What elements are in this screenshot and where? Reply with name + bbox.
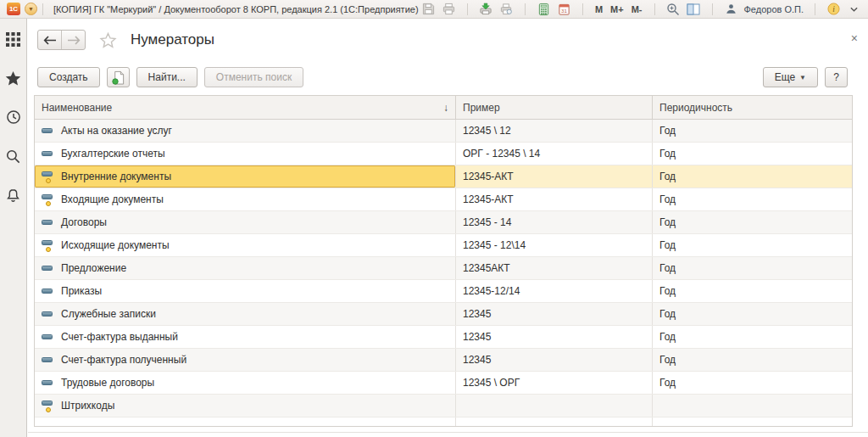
table-row[interactable]: Трудовые договоры12345 \ ОРГГод [35,372,852,395]
cell-name[interactable]: Акты на оказание услуг [35,120,456,142]
cell-period[interactable]: Год [653,143,852,165]
sort-desc-icon: ↓ [443,102,448,114]
row-name: Трудовые договоры [61,377,154,389]
row-example: 12345 [463,354,491,366]
zoom-icon[interactable] [666,2,681,16]
forward-button[interactable] [61,31,85,49]
main-menu-button[interactable]: ▼ [25,3,37,15]
more-button[interactable]: Еще▼ [763,67,818,87]
numerator-icon [42,148,54,160]
table-body: Акты на оказание услуг12345 \ 12ГодБухга… [35,120,852,417]
favorites-icon[interactable] [3,68,24,88]
cell-example[interactable]: 12345 [456,349,653,371]
cancel-search-button[interactable]: Отменить поиск [204,67,303,87]
row-example: 12345АКТ [463,262,510,274]
print-icon[interactable] [442,2,456,16]
cell-example[interactable]: 12345-АКТ [456,165,653,188]
find-button[interactable]: Найти... [136,67,198,87]
notifications-icon[interactable] [3,185,24,205]
cell-example[interactable] [456,395,653,417]
table-row[interactable]: Служебные записки12345Год [35,303,852,326]
copy-button[interactable] [107,67,130,87]
column-header-period[interactable]: Периодичность [653,96,852,119]
cell-period[interactable]: Год [653,120,852,142]
calculator-icon[interactable] [537,2,551,16]
cell-period[interactable]: Год [653,372,852,394]
cell-period[interactable]: Год [653,234,852,256]
close-icon[interactable]: × [851,32,858,44]
table-row[interactable]: Бухгалтерские отчетыОРГ - 12345 \ 14Год [35,143,852,165]
cell-example[interactable]: 12345 \ 12 [456,120,653,142]
cell-period[interactable]: Год [653,165,852,188]
print-preview-icon[interactable] [499,2,514,16]
cell-name[interactable]: Трудовые договоры [35,372,456,394]
current-user[interactable]: Федоров О.П. [744,4,804,14]
cell-example[interactable]: 12345 - 12\14 [456,234,653,256]
info-icon[interactable]: i [826,2,841,16]
separator [582,3,583,15]
table-row[interactable]: Счет-фактура выданный12345Год [35,326,852,349]
cell-period[interactable]: Год [653,303,852,325]
chevron-down-icon[interactable] [847,2,861,16]
cell-period[interactable]: Год [653,349,852,371]
calendar-icon[interactable]: 31 [557,2,571,16]
table-row[interactable]: Внутренние документы12345-АКТГод [35,165,852,188]
cell-name[interactable]: Бухгалтерские отчеты [35,143,456,165]
cell-period[interactable]: Год [653,188,852,210]
table-row[interactable]: Акты на оказание услуг12345 \ 12Год [35,120,852,143]
back-button[interactable] [38,31,61,49]
cell-period[interactable]: Год [653,280,852,302]
column-header-name[interactable]: Наименование ↓ [35,96,456,119]
cell-example[interactable]: 12345-12/14 [456,280,653,302]
cell-name[interactable]: Счет-фактура полученный [35,349,456,371]
cell-name[interactable]: Внутренние документы [35,165,456,188]
cell-example[interactable]: 12345 [456,303,653,325]
history-icon[interactable] [3,107,24,127]
cell-example[interactable]: 12345 [456,326,653,348]
cell-example[interactable]: ОРГ - 12345 \ 14 [456,143,653,165]
table-row[interactable]: Счет-фактура полученный12345Год [35,349,852,372]
save-icon[interactable] [421,2,436,16]
numerator-icon [42,355,54,366]
cell-name[interactable]: Счет-фактура выданный [35,326,456,348]
memory-m-minus-button[interactable]: M- [631,4,643,14]
numerator-icon [42,126,54,137]
table-row[interactable]: Исходящие документы12345 - 12\14Год [35,234,852,257]
create-button[interactable]: Создать [37,67,100,87]
cell-example[interactable]: 12345-АКТ [456,188,653,210]
numerator-icon [42,286,54,297]
favorite-star-icon[interactable] [99,31,117,49]
cell-name[interactable]: Входящие документы [35,188,456,210]
separator [467,3,468,15]
row-example: 12345 [463,331,491,343]
cell-period[interactable] [653,395,852,417]
cell-period[interactable]: Год [653,326,852,348]
cell-example[interactable]: 12345АКТ [456,257,653,279]
search-icon[interactable] [3,146,24,166]
cell-name[interactable]: Исходящие документы [35,234,456,256]
table-row[interactable]: Штрихкоды [35,395,852,417]
memory-m-button[interactable]: M [594,4,604,14]
row-example: 12345-12/14 [463,285,520,297]
cell-period[interactable]: Год [653,211,852,233]
cell-name[interactable]: Приказы [35,280,456,302]
cell-example[interactable]: 12345 - 14 [456,211,653,233]
cell-period[interactable]: Год [653,257,852,279]
sections-menu-icon[interactable] [3,29,24,49]
table-row[interactable]: Договоры12345 - 14Год [35,211,852,234]
cell-name[interactable]: Предложение [35,257,456,279]
cell-name[interactable]: Штрихкоды [35,395,456,417]
cell-name[interactable]: Служебные записки [35,303,456,325]
table-row[interactable]: Входящие документы12345-АКТГод [35,188,852,211]
svg-text:i: i [832,5,835,14]
help-button[interactable]: ? [825,67,848,87]
cell-name[interactable]: Договоры [35,211,456,233]
cell-example[interactable]: 12345 \ ОРГ [456,372,653,394]
more-arrow-icon: ▼ [799,74,806,81]
table-row[interactable]: Предложение12345АКТГод [35,257,852,280]
table-row[interactable]: Приказы12345-12/14Год [35,280,852,303]
column-header-example[interactable]: Пример [456,96,653,119]
memory-m-plus-button[interactable]: M+ [609,4,625,14]
split-window-icon[interactable] [687,2,701,16]
print-send-icon[interactable] [479,2,493,16]
